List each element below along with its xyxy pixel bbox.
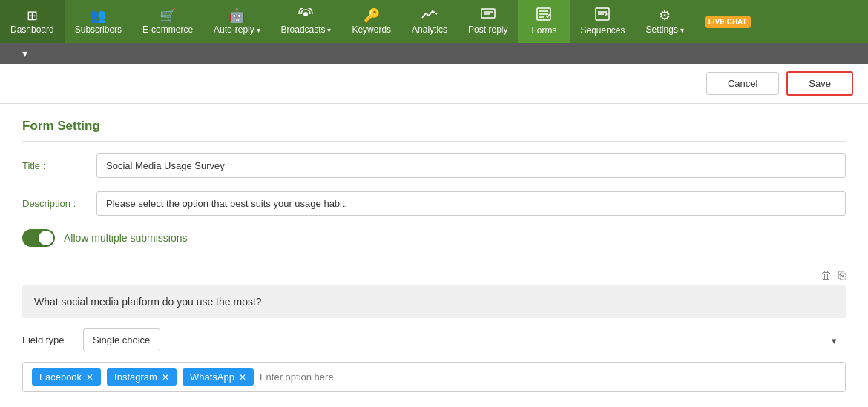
- field-type-label: Field type: [22, 334, 74, 345]
- main-content: Form Setting Title : Description : Allow…: [0, 104, 868, 407]
- nav-item-autoreply[interactable]: 🤖 Auto-reply: [203, 0, 270, 43]
- postreply-icon: [481, 8, 496, 22]
- nav-label-keywords: Keywords: [352, 24, 391, 35]
- option-label-instagram: Instagram: [114, 371, 157, 383]
- question-text: What social media platform do you use th…: [34, 296, 262, 308]
- nav-item-settings[interactable]: ⚙ Settings: [636, 0, 694, 43]
- nav-label-dashboard: Dashboard: [10, 24, 54, 35]
- option-tag-instagram: Instagram ✕: [107, 368, 177, 386]
- title-input[interactable]: [96, 153, 846, 178]
- broadcasts-icon: [298, 8, 313, 22]
- nav-label-forms: Forms: [531, 25, 556, 36]
- keywords-icon: 🔑: [364, 9, 380, 22]
- field-type-row: Field type Single choice: [22, 328, 846, 351]
- option-label-facebook: Facebook: [39, 371, 82, 383]
- forms-icon: [536, 7, 551, 23]
- nav-item-dashboard[interactable]: ⊞ Dashboard: [0, 0, 65, 43]
- copy-icon[interactable]: ⎘: [838, 269, 846, 282]
- description-row: Description :: [22, 191, 846, 216]
- title-row: Title :: [22, 153, 846, 178]
- ecommerce-icon: 🛒: [160, 9, 176, 22]
- form-setting-title: Form Setting: [22, 119, 846, 142]
- nav-label-postreply: Post reply: [468, 24, 507, 35]
- nav-label-ecommerce: E-commerce: [142, 24, 193, 35]
- option-remove-instagram[interactable]: ✕: [162, 372, 169, 383]
- option-label-whatsapp: WhatsApp: [190, 371, 234, 383]
- trash-icon[interactable]: 🗑: [821, 269, 832, 282]
- nav-item-broadcasts[interactable]: Broadcasts: [271, 0, 342, 43]
- svg-rect-1: [481, 9, 495, 18]
- option-remove-whatsapp[interactable]: ✕: [239, 372, 246, 383]
- nav-item-livechat[interactable]: LIVE CHAT: [694, 0, 761, 43]
- option-remove-facebook[interactable]: ✕: [86, 372, 93, 383]
- toggle-label: Allow multiple submissions: [64, 232, 188, 244]
- nav-item-postreply[interactable]: Post reply: [458, 0, 518, 43]
- question-actions: 🗑 ⎘: [22, 269, 846, 282]
- nav-label-broadcasts: Broadcasts: [281, 24, 332, 35]
- nav-item-ecommerce[interactable]: 🛒 E-commerce: [132, 0, 203, 43]
- nav-item-forms[interactable]: Forms: [518, 0, 570, 43]
- toolbar: Cancel Save: [0, 64, 868, 104]
- option-tag-facebook: Facebook ✕: [32, 368, 101, 386]
- title-label: Title :: [22, 160, 96, 171]
- autoreply-icon: 🤖: [228, 9, 245, 22]
- nav-label-sequences: Sequences: [580, 25, 625, 36]
- nav-item-subscribers[interactable]: 👥 Subscribers: [65, 0, 132, 43]
- analytics-icon: [421, 8, 438, 22]
- cancel-button[interactable]: Cancel: [706, 72, 779, 95]
- question-block: What social media platform do you use th…: [22, 285, 846, 318]
- nav-label-autoreply: Auto-reply: [214, 24, 260, 35]
- livechat-badge: LIVE CHAT: [705, 16, 751, 28]
- svg-point-0: [303, 12, 308, 16]
- sequences-icon: [595, 7, 610, 23]
- dashboard-icon: ⊞: [27, 9, 38, 22]
- nav-item-sequences[interactable]: Sequences: [570, 0, 635, 43]
- toggle-row: Allow multiple submissions: [22, 229, 846, 247]
- multiple-submissions-toggle[interactable]: [22, 229, 55, 247]
- subscribers-icon: 👥: [90, 9, 106, 22]
- nav-label-subscribers: Subscribers: [75, 24, 122, 35]
- save-button[interactable]: Save: [786, 71, 853, 96]
- description-input[interactable]: [96, 191, 846, 216]
- description-label: Description :: [22, 198, 96, 209]
- settings-icon: ⚙: [659, 9, 671, 22]
- nav-label-settings: Settings: [646, 24, 684, 35]
- nav-label-analytics: Analytics: [412, 24, 447, 35]
- option-tag-whatsapp: WhatsApp ✕: [183, 368, 254, 386]
- navbar: ⊞ Dashboard 👥 Subscribers 🛒 E-commerce 🤖…: [0, 0, 868, 43]
- nav-item-analytics[interactable]: Analytics: [401, 0, 458, 43]
- subtabs-arrow[interactable]: ▾: [15, 43, 35, 64]
- field-type-select[interactable]: Single choice: [83, 328, 160, 351]
- options-row: Facebook ✕ Instagram ✕ WhatsApp ✕: [22, 362, 846, 392]
- nav-item-keywords[interactable]: 🔑 Keywords: [341, 0, 401, 43]
- subtabs-bar: ▾: [0, 43, 868, 64]
- field-type-wrapper: Single choice: [83, 328, 846, 351]
- option-input[interactable]: [260, 371, 836, 383]
- toggle-knob: [39, 231, 53, 245]
